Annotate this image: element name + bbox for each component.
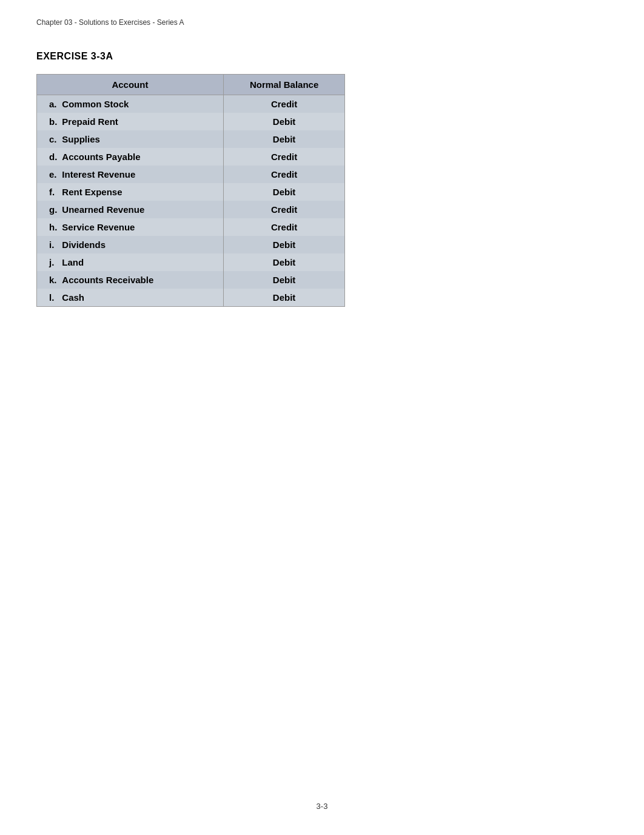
row-balance: Debit: [223, 236, 344, 253]
row-account: Unearned Revenue: [59, 201, 223, 218]
row-letter: g.: [37, 201, 59, 218]
row-balance: Credit: [223, 166, 344, 183]
table-row: a.Common StockCredit: [37, 95, 344, 113]
row-letter: e.: [37, 166, 59, 183]
row-balance: Debit: [223, 183, 344, 201]
table-row: h.Service RevenueCredit: [37, 218, 344, 236]
row-account: Common Stock: [59, 95, 223, 113]
row-balance: Credit: [223, 148, 344, 166]
table-row: b.Prepaid RentDebit: [37, 113, 344, 130]
row-balance: Credit: [223, 95, 344, 113]
exercise-table: Account Normal Balance a.Common StockCre…: [37, 75, 344, 306]
table-row: f.Rent ExpenseDebit: [37, 183, 344, 201]
table-row: l.CashDebit: [37, 289, 344, 306]
row-account: Dividends: [59, 236, 223, 253]
header-text: Chapter 03 - Solutions to Exercises - Se…: [36, 18, 184, 27]
row-letter: d.: [37, 148, 59, 166]
table-header-row: Account Normal Balance: [37, 75, 344, 95]
row-balance: Debit: [223, 113, 344, 130]
row-letter: c.: [37, 130, 59, 148]
row-letter: a.: [37, 95, 59, 113]
table-row: g.Unearned RevenueCredit: [37, 201, 344, 218]
row-account: Accounts Receivable: [59, 271, 223, 289]
row-letter: l.: [37, 289, 59, 306]
row-letter: j.: [37, 253, 59, 271]
row-letter: f.: [37, 183, 59, 201]
page-footer: 3-3: [317, 802, 328, 811]
page-header: Chapter 03 - Solutions to Exercises - Se…: [36, 18, 608, 27]
exercise-title: EXERCISE 3-3A: [36, 51, 608, 62]
table-body: a.Common StockCreditb.Prepaid RentDebitc…: [37, 95, 344, 307]
row-balance: Credit: [223, 201, 344, 218]
row-letter: k.: [37, 271, 59, 289]
table-row: i.DividendsDebit: [37, 236, 344, 253]
table-row: d.Accounts PayableCredit: [37, 148, 344, 166]
table-row: c.SuppliesDebit: [37, 130, 344, 148]
row-account: Service Revenue: [59, 218, 223, 236]
account-header: Account: [37, 75, 223, 95]
exercise-table-container: Account Normal Balance a.Common StockCre…: [36, 74, 345, 307]
row-account: Land: [59, 253, 223, 271]
row-account: Accounts Payable: [59, 148, 223, 166]
row-account: Interest Revenue: [59, 166, 223, 183]
row-balance: Debit: [223, 253, 344, 271]
row-balance: Credit: [223, 218, 344, 236]
balance-header: Normal Balance: [223, 75, 344, 95]
row-letter: h.: [37, 218, 59, 236]
row-account: Prepaid Rent: [59, 113, 223, 130]
table-row: j.LandDebit: [37, 253, 344, 271]
table-row: k.Accounts ReceivableDebit: [37, 271, 344, 289]
row-letter: b.: [37, 113, 59, 130]
row-account: Cash: [59, 289, 223, 306]
table-row: e.Interest RevenueCredit: [37, 166, 344, 183]
row-balance: Debit: [223, 289, 344, 306]
row-balance: Debit: [223, 271, 344, 289]
row-account: Rent Expense: [59, 183, 223, 201]
row-balance: Debit: [223, 130, 344, 148]
row-account: Supplies: [59, 130, 223, 148]
row-letter: i.: [37, 236, 59, 253]
page-number: 3-3: [317, 802, 328, 811]
